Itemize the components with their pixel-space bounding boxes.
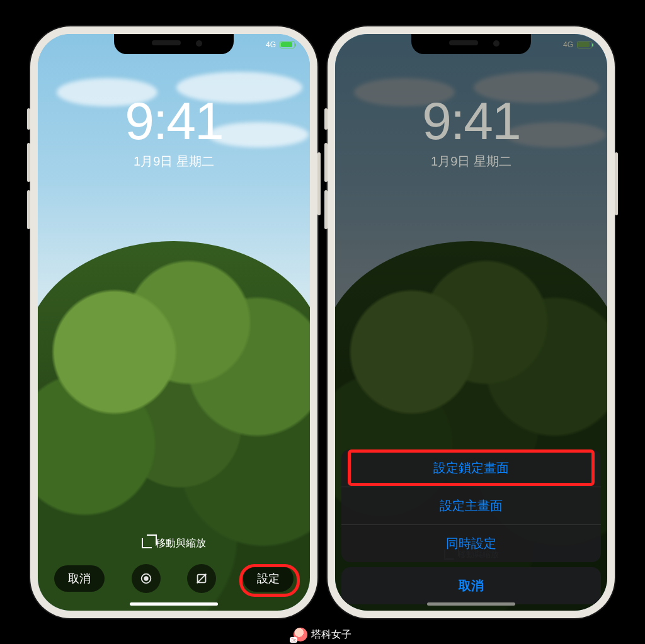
notch <box>114 34 234 54</box>
crop-icon <box>142 538 152 548</box>
move-zoom-hint: 移動與縮放 <box>38 537 310 550</box>
network-label: 4G <box>563 40 573 49</box>
watermark: 塔科女子 <box>294 628 351 641</box>
status-bar: 4G <box>266 40 295 49</box>
screen: 4G 9:41 1月9日 星期二 移動與縮放 取消 設定 <box>38 34 310 611</box>
perspective-off-icon[interactable] <box>187 564 216 593</box>
mute-switch[interactable] <box>27 108 30 130</box>
watermark-icon <box>294 628 307 641</box>
lock-clock: 9:41 1月9日 星期二 <box>335 91 607 170</box>
wallpaper-toolbar: 取消 設定 <box>38 564 310 593</box>
time-label: 9:41 <box>38 91 310 152</box>
date-label: 1月9日 星期二 <box>38 153 310 170</box>
set-both-button[interactable]: 同時設定 <box>341 524 601 562</box>
date-label: 1月9日 星期二 <box>335 153 607 170</box>
time-label: 9:41 <box>335 91 607 152</box>
battery-icon <box>577 41 592 48</box>
mute-switch[interactable] <box>324 108 328 130</box>
phone-left: 4G 9:41 1月9日 星期二 移動與縮放 取消 設定 <box>30 26 317 618</box>
home-indicator[interactable] <box>130 602 218 606</box>
volume-down-button[interactable] <box>324 190 328 229</box>
volume-up-button[interactable] <box>324 143 328 182</box>
volume-down-button[interactable] <box>27 190 30 229</box>
notch <box>411 34 531 54</box>
network-label: 4G <box>266 40 276 49</box>
sheet-cancel-button[interactable]: 取消 <box>341 567 601 604</box>
battery-icon <box>280 41 295 48</box>
power-button[interactable] <box>317 152 321 215</box>
phone-right: 4G 9:41 1月9日 星期二 移動與縮放 設定鎖定畫面 設定主畫面 同時設定 <box>328 26 615 618</box>
svg-line-3 <box>197 573 207 583</box>
lock-clock: 9:41 1月9日 星期二 <box>38 91 310 170</box>
set-home-screen-button[interactable]: 設定主畫面 <box>341 487 601 524</box>
action-sheet: 設定鎖定畫面 設定主畫面 同時設定 取消 <box>341 449 601 604</box>
set-button[interactable]: 設定 <box>243 565 294 592</box>
move-zoom-label: 移動與縮放 <box>156 537 206 550</box>
highlight-set-lock <box>348 449 595 486</box>
svg-point-1 <box>144 577 148 580</box>
status-bar: 4G <box>563 40 592 49</box>
cancel-button[interactable]: 取消 <box>54 565 105 592</box>
watermark-text: 塔科女子 <box>311 628 351 641</box>
screen: 4G 9:41 1月9日 星期二 移動與縮放 設定鎖定畫面 設定主畫面 同時設定 <box>335 34 607 611</box>
power-button[interactable] <box>615 152 618 215</box>
volume-up-button[interactable] <box>27 143 30 182</box>
home-indicator[interactable] <box>427 602 515 606</box>
motion-icon[interactable] <box>132 564 161 593</box>
